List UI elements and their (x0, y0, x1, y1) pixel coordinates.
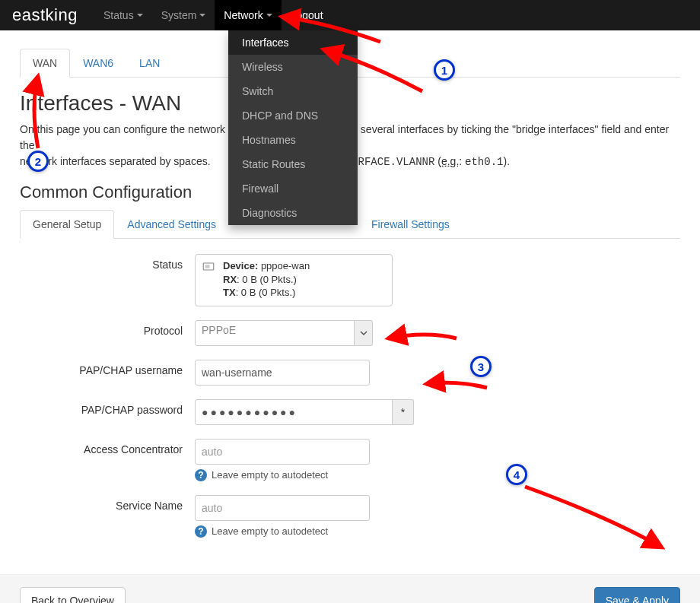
password-input[interactable] (195, 399, 393, 425)
dropdown-item-firewall[interactable]: Firewall (228, 176, 358, 201)
service-hint: ? Leave empty to autodetect (195, 525, 575, 538)
subtab-general[interactable]: General Setup (20, 210, 114, 239)
dropdown-item-static-routes[interactable]: Static Routes (228, 152, 358, 176)
access-concentrator-input[interactable] (195, 439, 370, 465)
label-status: Status (20, 254, 195, 271)
caret-icon (137, 14, 143, 17)
svg-rect-1 (205, 265, 210, 268)
tab-wan[interactable]: WAN (20, 49, 70, 78)
nav-system-label: System (161, 9, 197, 21)
subtab-advanced[interactable]: Advanced Settings (114, 210, 229, 239)
label-protocol: Protocol (20, 320, 195, 337)
device-icon (202, 261, 215, 275)
dropdown-item-hostnames[interactable]: Hostnames (228, 128, 358, 152)
status-box: Device: pppoe-wan RX: 0 B (0 Pkts.) TX: … (195, 254, 393, 306)
save-apply-button[interactable]: Save & Apply (594, 587, 680, 603)
tab-lan[interactable]: LAN (126, 49, 173, 78)
username-input[interactable] (195, 360, 370, 386)
dropdown-item-wireless[interactable]: Wireless (228, 55, 358, 79)
brand[interactable]: eastking (12, 5, 78, 25)
dropdown-item-interfaces[interactable]: Interfaces (228, 30, 358, 55)
nav-status-label: Status (103, 9, 134, 21)
nav-network-label: Network (224, 9, 262, 21)
footer: Back to Overview Save & Apply (0, 574, 700, 603)
chevron-down-icon (360, 329, 368, 337)
nav-logout[interactable]: Logout (282, 0, 332, 30)
caret-icon (266, 14, 272, 17)
back-to-overview-button[interactable]: Back to Overview (20, 587, 126, 603)
info-icon: ? (195, 525, 207, 538)
network-dropdown: Interfaces Wireless Switch DHCP and DNS … (228, 30, 358, 225)
label-password: PAP/CHAP password (20, 399, 195, 416)
tab-wan6[interactable]: WAN6 (70, 49, 126, 78)
subtab-firewall[interactable]: Firewall Settings (358, 210, 463, 239)
reveal-password-button[interactable]: * (393, 399, 414, 425)
protocol-select-button[interactable] (355, 320, 373, 346)
ac-hint: ? Leave empty to autodetect (195, 469, 575, 481)
nav-status[interactable]: Status (94, 0, 152, 30)
nav-network[interactable]: Network (215, 0, 281, 30)
nav-logout-label: Logout (291, 9, 323, 21)
caret-icon (199, 14, 205, 17)
protocol-select[interactable]: PPPoE (195, 320, 355, 346)
label-access-concentrator: Access Concentrator (20, 439, 195, 455)
info-icon: ? (195, 469, 207, 481)
service-name-input[interactable] (195, 495, 370, 521)
dropdown-item-dhcp[interactable]: DHCP and DNS (228, 103, 358, 128)
nav-system[interactable]: System (152, 0, 215, 30)
label-username: PAP/CHAP username (20, 360, 195, 376)
dropdown-item-switch[interactable]: Switch (228, 79, 358, 103)
navbar: eastking Status System Network Logout (0, 0, 700, 30)
dropdown-item-diagnostics[interactable]: Diagnostics (228, 201, 358, 225)
label-service-name: Service Name (20, 495, 195, 512)
